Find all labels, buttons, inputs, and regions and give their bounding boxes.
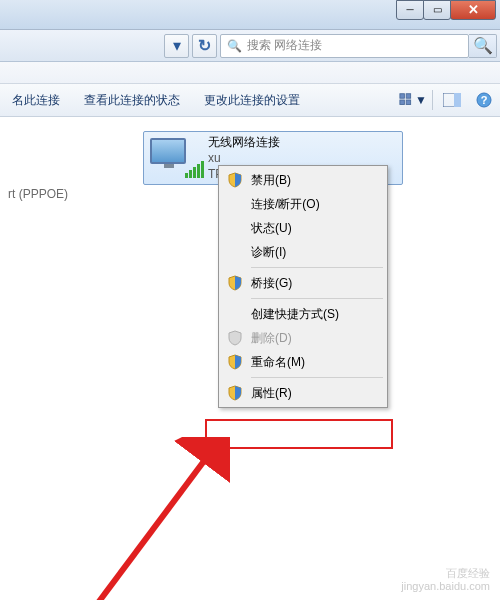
toolbar-view-status[interactable]: 查看此连接的状态 [72,84,192,116]
refresh-button[interactable]: ↻ [192,34,217,58]
svg-rect-3 [406,100,410,104]
search-input[interactable]: 🔍 搜索 网络连接 [220,34,469,58]
search-go-button[interactable]: 🔍 [469,34,497,58]
close-button[interactable]: ✕ [450,0,496,20]
window-titlebar: ─ ▭ ✕ [0,0,500,30]
menu-create-shortcut[interactable]: 创建快捷方式(S) [221,302,385,326]
toolbar-rename[interactable]: 名此连接 [0,84,72,116]
wireless-connection-icon [150,136,198,180]
minimize-button[interactable]: ─ [396,0,424,20]
toolbar-change-settings[interactable]: 更改此连接的设置 [192,84,312,116]
menu-delete: 删除(D) [221,326,385,350]
maximize-button[interactable]: ▭ [423,0,451,20]
context-menu: 禁用(B) 连接/断开(O) 状态(U) 诊断(I) 桥接(G) 创建快捷方式(… [218,165,388,408]
shield-icon [227,354,243,370]
shield-icon [227,385,243,401]
address-bar-row: ▾ ↻ 🔍 搜索 网络连接 🔍 [0,30,500,62]
connection-title: 无线网络连接 [208,134,280,150]
annotation-arrow [60,437,230,600]
svg-rect-2 [400,100,404,104]
shield-icon [227,275,243,291]
menu-separator [251,267,383,268]
svg-text:?: ? [481,94,488,106]
window-controls: ─ ▭ ✕ [397,0,496,20]
content-area: rt (PPPOE) 无线网络连接 xu TP 禁用(B) 连接/断开(O) 状… [0,117,500,599]
svg-line-8 [80,453,210,600]
menu-separator [251,377,383,378]
menu-diagnose[interactable]: 诊断(I) [221,240,385,264]
svg-rect-5 [454,93,461,107]
svg-rect-1 [406,94,410,98]
menu-bridge[interactable]: 桥接(G) [221,271,385,295]
chevron-down-icon: ▼ [415,93,427,107]
view-options-icon[interactable]: ▼ [399,88,427,112]
shield-icon [227,172,243,188]
search-placeholder: 搜索 网络连接 [247,37,322,54]
menu-status[interactable]: 状态(U) [221,216,385,240]
shield-icon [227,330,243,346]
watermark: 百度经验 jingyan.baidu.com [401,567,490,593]
nav-back-area [3,33,161,58]
menu-properties[interactable]: 属性(R) [221,381,385,405]
menu-connect-disconnect[interactable]: 连接/断开(O) [221,192,385,216]
toolbar: 名此连接 查看此连接的状态 更改此连接的设置 ▼ ? [0,84,500,117]
menu-separator [251,298,383,299]
search-icon: 🔍 [227,39,242,53]
svg-rect-0 [400,94,404,98]
connection-line2: xu [208,150,280,166]
help-icon[interactable]: ? [470,88,498,112]
address-dropdown-icon[interactable]: ▾ [164,34,189,58]
signal-bars-icon [185,161,204,178]
pppoe-connection-label[interactable]: rt (PPPOE) [8,187,68,201]
toolbar-divider [432,90,433,110]
preview-pane-icon[interactable] [438,88,466,112]
menu-rename[interactable]: 重命名(M) [221,350,385,374]
menu-bar [0,62,500,84]
menu-disable[interactable]: 禁用(B) [221,168,385,192]
annotation-highlight-box [205,419,393,449]
